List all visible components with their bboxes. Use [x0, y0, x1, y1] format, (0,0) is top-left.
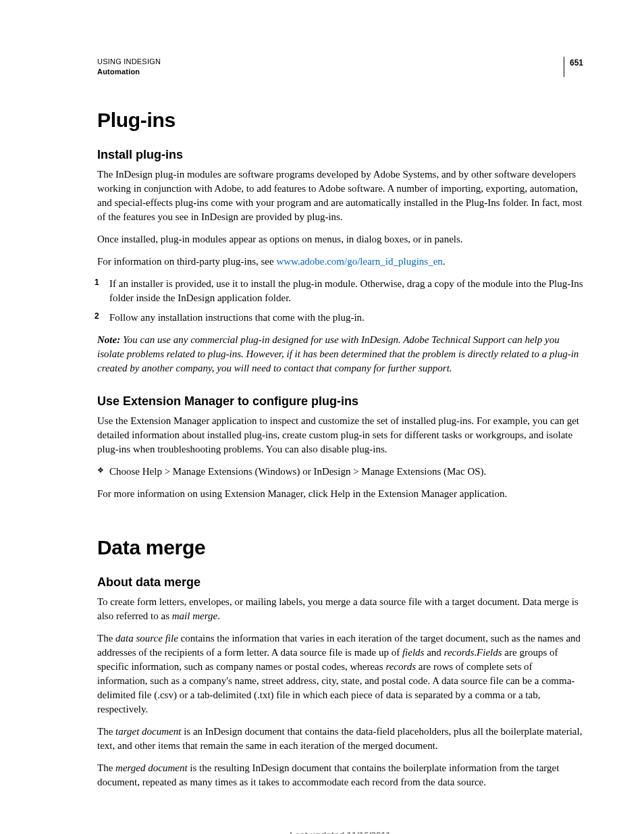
- text-fragment: To create form letters, envelopes, or ma…: [97, 596, 579, 621]
- emphasis: mail merge: [172, 610, 217, 621]
- body-text: Once installed, plug-in modules appear a…: [97, 232, 583, 246]
- emphasis: merged document: [115, 762, 188, 773]
- page-number: 651: [564, 57, 583, 77]
- step-item: 2 Follow any installation instructions t…: [97, 311, 583, 325]
- text-fragment: The: [97, 762, 115, 773]
- step-number: 2: [95, 311, 99, 322]
- text-fragment: The: [97, 633, 115, 644]
- page-header: USING INDESIGN Automation 651: [97, 57, 583, 78]
- note-label: Note:: [97, 334, 123, 345]
- header-section: Automation: [97, 67, 161, 77]
- body-text: For information on third-party plug-ins,…: [97, 255, 583, 269]
- emphasis: data source file: [115, 633, 178, 644]
- subheading-extension-manager: Use Extension Manager to configure plug-…: [97, 394, 583, 409]
- header-product: USING INDESIGN: [97, 57, 161, 67]
- numbered-steps: 1 If an installer is provided, use it to…: [97, 277, 583, 325]
- text-fragment: The: [97, 726, 115, 737]
- bullet-list: Choose Help > Manage Extensions (Windows…: [97, 465, 583, 479]
- page-footer: Last updated 11/16/2011: [97, 830, 583, 834]
- text-fragment: For information on third-party plug-ins,…: [97, 256, 276, 267]
- step-text: Follow any installation instructions tha…: [109, 312, 365, 323]
- section-title-data-merge: Data merge: [97, 536, 583, 559]
- emphasis: fields: [402, 647, 425, 658]
- body-text: To create form letters, envelopes, or ma…: [97, 595, 583, 623]
- step-number: 1: [95, 277, 99, 288]
- subheading-install-plugins: Install plug-ins: [97, 148, 583, 162]
- body-text: Use the Extension Manager application to…: [97, 414, 583, 457]
- text-fragment: .: [443, 256, 446, 267]
- step-text: If an installer is provided, use it to i…: [109, 278, 583, 303]
- body-text: The InDesign plug-in modules are softwar…: [97, 167, 583, 224]
- body-text: The data source file contains the inform…: [97, 631, 583, 716]
- bullet-item: Choose Help > Manage Extensions (Windows…: [97, 465, 583, 479]
- emphasis: records: [444, 647, 475, 658]
- note-body: You can use any commercial plug-in desig…: [97, 334, 579, 373]
- section-title-plugins: Plug-ins: [97, 109, 583, 132]
- emphasis: Fields: [477, 647, 502, 658]
- step-item: 1 If an installer is provided, use it to…: [97, 277, 583, 305]
- body-text: For more information on using Extension …: [97, 487, 583, 501]
- external-link[interactable]: www.adobe.com/go/learn_id_plugins_en: [276, 256, 442, 267]
- subheading-about-data-merge: About data merge: [97, 575, 583, 590]
- emphasis: target document: [115, 726, 181, 737]
- note-paragraph: Note: You can use any commercial plug-in…: [97, 333, 583, 375]
- text-fragment: .: [217, 610, 220, 621]
- body-text: The merged document is the resulting InD…: [97, 761, 583, 789]
- emphasis: records: [385, 661, 416, 672]
- text-fragment: and: [424, 647, 444, 658]
- header-breadcrumb: USING INDESIGN Automation: [97, 57, 161, 78]
- body-text: The target document is an InDesign docum…: [97, 725, 583, 753]
